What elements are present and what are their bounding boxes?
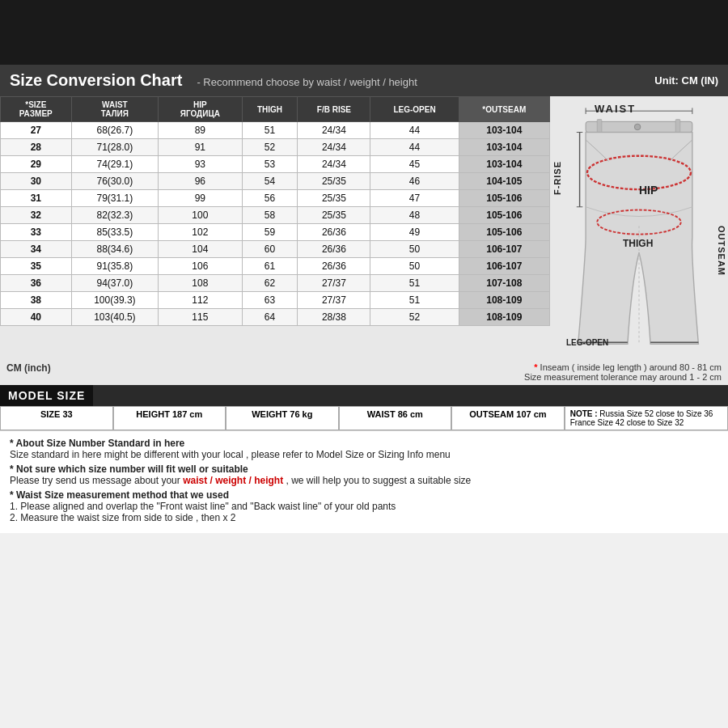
data-cell: 115: [159, 309, 242, 326]
svg-rect-2: [597, 120, 602, 133]
outseam-cell: 103-104: [459, 122, 549, 139]
data-cell: 44: [370, 139, 459, 156]
cm-inch-label: CM (inch): [6, 362, 51, 374]
outseam-cell: 105-106: [459, 190, 549, 207]
model-outseam: OUTSEAM 107 cm: [451, 406, 565, 430]
data-cell: 45: [370, 156, 459, 173]
top-dark-bar: [0, 0, 728, 65]
table-row: 40103(40.5)1156428/3852108-109: [1, 309, 550, 326]
pants-svg: [558, 100, 720, 359]
data-cell: 47: [370, 190, 459, 207]
note-3-title: * Waist Size measurement method that we …: [10, 489, 229, 501]
size-cell: 32: [1, 207, 72, 224]
table-row: 3076(30.0)965425/3546104-105: [1, 173, 550, 190]
inseam-note-text: Inseam ( inside leg length ) around 80 -…: [540, 362, 722, 372]
bottom-info: CM (inch) * Inseam ( inside leg length )…: [0, 359, 728, 385]
hip-overlay-label: HIP: [639, 184, 658, 197]
model-size-title: MODEL SIZE: [0, 385, 93, 406]
note-3-item1: 1. Please aligned and overlap the "Front…: [10, 501, 396, 512]
outseam-cell: 104-105: [459, 173, 549, 190]
data-cell: 52: [370, 309, 459, 326]
size-cell: 30: [1, 173, 72, 190]
data-cell: 93: [159, 156, 242, 173]
table-section: *SIZEРАЗМЕР WAISTТАЛИЯ HIPЯГОДИЦА THIGH …: [0, 96, 550, 359]
size-cell: 33: [1, 224, 72, 241]
data-cell: 46: [370, 173, 459, 190]
data-cell: 82(32.3): [71, 207, 159, 224]
note-3-item2: 2. Measure the waist size from side to s…: [10, 512, 235, 523]
data-cell: 71(28.0): [71, 139, 159, 156]
data-cell: 89: [159, 122, 242, 139]
outseam-cell: 108-109: [459, 292, 549, 309]
size-table: *SIZEРАЗМЕР WAISTТАЛИЯ HIPЯГОДИЦА THIGH …: [0, 96, 550, 326]
inseam-note: * Inseam ( inside leg length ) around 80…: [514, 362, 722, 372]
svg-rect-3: [675, 120, 680, 133]
chart-title: Size Conversion Chart: [10, 71, 182, 90]
svg-point-1: [634, 124, 641, 130]
data-cell: 24/34: [298, 156, 370, 173]
size-cell: 40: [1, 309, 72, 326]
data-cell: 100(39.3): [71, 292, 159, 309]
page-container: Size Conversion Chart - Recommend choose…: [0, 0, 728, 728]
data-cell: 27/37: [298, 275, 370, 292]
data-cell: 48: [370, 207, 459, 224]
table-header-row: *SIZEРАЗМЕР WAISTТАЛИЯ HIPЯГОДИЦА THIGH …: [1, 97, 550, 122]
data-cell: 61: [242, 258, 298, 275]
data-cell: 64: [242, 309, 298, 326]
data-cell: 26/36: [298, 258, 370, 275]
data-cell: 112: [159, 292, 242, 309]
data-cell: 94(37.0): [71, 275, 159, 292]
table-row: 2871(28.0)915224/3444103-104: [1, 139, 550, 156]
model-weight: WEIGHT 76 kg: [226, 406, 339, 430]
outseam-cell: 103-104: [459, 139, 549, 156]
outseam-cell: 107-108: [459, 275, 549, 292]
col-thigh: THIGH: [242, 97, 298, 122]
data-cell: 88(34.6): [71, 241, 159, 258]
size-cell: 36: [1, 275, 72, 292]
data-cell: 106: [159, 258, 242, 275]
data-cell: 26/36: [298, 224, 370, 241]
model-height: HEIGHT 187 cm: [113, 406, 226, 430]
model-size-bar: MODEL SIZE: [0, 385, 728, 406]
data-cell: 79(31.1): [71, 190, 159, 207]
data-cell: 99: [159, 190, 242, 207]
table-row: 3591(35.8)1066126/3650106-107: [1, 258, 550, 275]
data-cell: 62: [242, 275, 298, 292]
note-2: * Not sure which size number will fit we…: [10, 463, 718, 486]
size-cell: 31: [1, 190, 72, 207]
note1: Russia Size 52 close to Size 36: [599, 409, 713, 418]
note2: France Size 42 close to Size 32: [570, 418, 684, 427]
table-row: 3488(34.6)1046026/3650106-107: [1, 241, 550, 258]
outseam-cell: 108-109: [459, 309, 549, 326]
data-cell: 51: [370, 275, 459, 292]
data-cell: 25/35: [298, 207, 370, 224]
size-cell: 38: [1, 292, 72, 309]
size-cell: 28: [1, 139, 72, 156]
diagram-section: WAIST F-RISE OUTSEAM LEG-OPEN: [550, 96, 728, 359]
legopen-diagram-label: LEG-OPEN: [566, 338, 608, 347]
note-1-title: * About Size Number Standard in here: [10, 438, 184, 449]
table-row: 2768(26.7)895124/3444103-104: [1, 122, 550, 139]
outseam-diagram-label: OUTSEAM: [717, 226, 726, 276]
data-cell: 56: [242, 190, 298, 207]
size-cell: 34: [1, 241, 72, 258]
note-label: NOTE :: [570, 409, 598, 418]
data-cell: 50: [370, 258, 459, 275]
outseam-cell: 103-104: [459, 156, 549, 173]
data-cell: 74(29.1): [71, 156, 159, 173]
note-2-text: Please try send us message about your: [10, 475, 183, 486]
data-cell: 91(35.8): [71, 258, 159, 275]
data-cell: 27/37: [298, 292, 370, 309]
table-row: 3282(32.3)1005825/3548105-106: [1, 207, 550, 224]
size-cell: 29: [1, 156, 72, 173]
note-1: * About Size Number Standard in here Siz…: [10, 438, 718, 460]
data-cell: 50: [370, 241, 459, 258]
outseam-cell: 105-106: [459, 207, 549, 224]
col-hip: HIPЯГОДИЦА: [159, 97, 242, 122]
data-cell: 52: [242, 139, 298, 156]
table-row: 3385(33.5)1025926/3649105-106: [1, 224, 550, 241]
data-cell: 60: [242, 241, 298, 258]
unit-label: Unit: CM (IN): [654, 74, 718, 87]
col-outseam: *OUTSEAM: [459, 97, 549, 122]
model-size-value: SIZE 33: [0, 406, 113, 430]
